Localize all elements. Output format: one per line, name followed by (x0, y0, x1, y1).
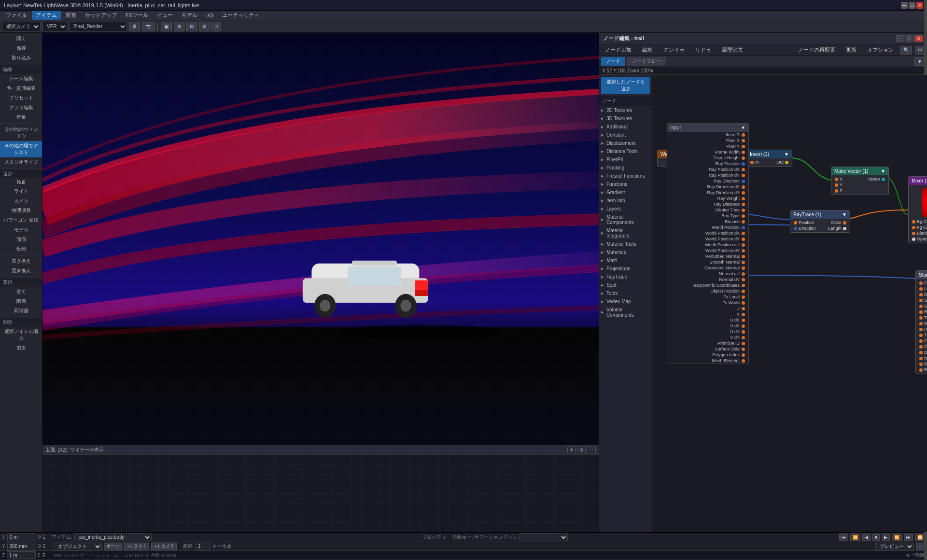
sidebar-physics-btn[interactable]: 物理演算 (0, 206, 42, 215)
input-bounce-dot[interactable] (742, 220, 745, 224)
sidebar-bone-btn[interactable]: 骨列 (0, 244, 42, 254)
mixer-node[interactable]: Mixer (1) ▼ Bg Color Color (908, 176, 927, 243)
node-item-layers[interactable]: Layers (599, 205, 652, 213)
std-color-dot[interactable] (919, 281, 923, 285)
sidebar-camera-btn[interactable]: カメラ (0, 196, 42, 206)
ne-menu-undo[interactable]: アンドゥ (660, 45, 688, 55)
invert-out-dot[interactable] (785, 161, 788, 164)
sidebar-save-btn[interactable]: 保存 (0, 43, 42, 53)
camera-select[interactable]: 選択カメラ (2, 22, 41, 31)
sidebar-assist-btn[interactable]: その他の場でアシスト (0, 141, 42, 157)
menu-model[interactable]: モデル (178, 11, 201, 20)
item-select[interactable]: car_inertia_plus.body (74, 533, 152, 541)
sidebar-replace-btn[interactable]: 置き換え (0, 256, 42, 266)
z-input[interactable] (7, 551, 36, 559)
layout-btn1[interactable]: ▣ (161, 22, 172, 31)
preview-select[interactable]: プレビュー (875, 543, 914, 550)
std-bumpheight-dot[interactable] (919, 368, 923, 372)
sidebar-other-windows-btn[interactable]: その他のウィンドウ (0, 125, 42, 141)
raytrace-expand[interactable]: ▼ (842, 212, 847, 217)
node-editor-min-btn[interactable]: — (896, 35, 905, 42)
sidebar-open-btn[interactable]: 開く (0, 34, 42, 43)
node-item-flocking[interactable]: Flocking (599, 164, 652, 172)
input-tolocal-dot[interactable] (742, 295, 745, 299)
input-primid-dot[interactable] (742, 342, 745, 345)
make-vector-header[interactable]: Make Vector (1) ▼ (831, 167, 888, 175)
menu-fxtools[interactable]: FXツール (122, 11, 152, 20)
input-udy-dot[interactable] (742, 330, 745, 334)
render-settings-btn[interactable]: ⚙ (129, 22, 140, 31)
prev-frame-btn[interactable]: ⏪ (850, 533, 860, 541)
std-diffsharp-dot[interactable] (919, 351, 923, 354)
input-raypos-dot[interactable] (742, 162, 745, 166)
play-btn[interactable]: ▶ (882, 533, 890, 541)
sidebar-light-btn[interactable]: ライト (0, 186, 42, 196)
sidebar-power-btn[interactable]: パワーゴン 変換 (0, 215, 42, 225)
input-raydirdx-dot[interactable] (742, 185, 745, 189)
maximize-button[interactable]: □ (909, 2, 915, 9)
node-item-displacement[interactable]: Displacement (599, 139, 652, 147)
std-luminosity-dot[interactable] (919, 287, 923, 291)
layout-btn4[interactable]: ⊠ (199, 22, 210, 31)
light-add-btn[interactable]: ＋L ライト (124, 543, 149, 550)
x-input[interactable] (7, 533, 36, 541)
sidebar-delete-btn[interactable]: 消去 (0, 343, 42, 353)
ne-menu-add[interactable]: ノード追加 (601, 45, 635, 55)
layout-btn5[interactable]: □ (211, 22, 221, 31)
input-udx-dot[interactable] (742, 319, 745, 322)
input-worldposdv-dot[interactable] (742, 249, 745, 252)
add-node-button[interactable]: 選択したノードを追加 (601, 77, 650, 94)
input-polyidx-dot[interactable] (742, 353, 745, 357)
std-glossiness-dot[interactable] (919, 305, 923, 308)
e-btn-3[interactable]: E (42, 553, 46, 558)
node-item-fiberfx[interactable]: FiberFX (599, 155, 652, 164)
ne-menu-edit[interactable]: 編集 (638, 45, 657, 55)
standard-node[interactable]: Standard (1) ▼ Color Material (915, 270, 927, 374)
close-button[interactable]: ✕ (916, 2, 923, 9)
rt-direction-in-dot[interactable] (794, 227, 797, 230)
std-colorfilter-dot[interactable] (919, 345, 923, 349)
input-raydirdy-dot[interactable] (742, 191, 745, 195)
node-item-gradient[interactable]: Gradient (599, 188, 652, 196)
node-editor-close-btn[interactable]: ✕ (914, 35, 923, 42)
render-btn[interactable]: 📷 (142, 22, 154, 31)
camera-add-btn[interactable]: ＋L カメラ (151, 543, 177, 550)
invert-header[interactable]: Invert (1) ▼ (747, 150, 792, 158)
mixer-opacity-dot[interactable] (912, 238, 915, 241)
input-objpos-dot[interactable] (742, 290, 745, 293)
minimize-button[interactable]: — (901, 2, 908, 9)
ne-search-btn[interactable]: 🔍 (900, 46, 912, 55)
input-pixely-dot[interactable] (742, 145, 745, 148)
secondary-vp-settings[interactable]: ⚙ (567, 447, 576, 453)
mixer-fgcolor-dot[interactable] (912, 226, 915, 229)
mv-x-dot[interactable] (835, 178, 838, 181)
input-meshelem-dot[interactable] (742, 359, 745, 363)
menu-transform[interactable]: 変形 (62, 11, 80, 20)
sidebar-graph-btn[interactable]: グラフ編集 (0, 103, 42, 112)
sidebar-surface-btn[interactable]: 面面 (0, 235, 42, 244)
mixer-blending-dot[interactable] (912, 232, 915, 235)
layout-btn2[interactable]: ⊞ (174, 22, 184, 31)
input-rayposdy-dot[interactable] (742, 174, 745, 177)
mixer-header[interactable]: Mixer (1) ▼ (909, 177, 927, 185)
node-item-math[interactable]: Math (599, 256, 652, 265)
node-item-2d-textures[interactable]: 2D Textures (599, 106, 652, 114)
node-item-vertex-map[interactable]: Vertex Map (599, 297, 652, 306)
std-reflection-dot[interactable] (919, 310, 923, 314)
play-back-btn[interactable]: ◀ (862, 533, 871, 541)
sidebar-invert-btn[interactable]: 階層 (0, 296, 42, 306)
vpr-select[interactable]: VPR (42, 22, 67, 31)
std-refblur-dot[interactable] (919, 328, 923, 331)
input-node[interactable]: Input ▼ Item ID Pixel X Pixel Y Frame Wi… (667, 123, 749, 364)
std-specular-dot[interactable] (919, 299, 923, 302)
node-canvas[interactable]: Weight Map (1) ▼ Value Invert (1) ▼ (652, 75, 927, 532)
node-item-material-tools[interactable]: Material Tools (599, 240, 652, 248)
std-transparency-dot[interactable] (919, 316, 923, 320)
input-framewidth-dot[interactable] (742, 151, 745, 154)
ne-menu-options[interactable]: オプション (863, 45, 898, 55)
input-raydir-dot[interactable] (742, 180, 745, 183)
input-barycoord-dot[interactable] (742, 284, 745, 287)
input-worldposdu-dot[interactable] (742, 243, 745, 247)
bone-btn[interactable]: ボーン (104, 543, 122, 550)
std-translucency-dot[interactable] (919, 334, 923, 337)
